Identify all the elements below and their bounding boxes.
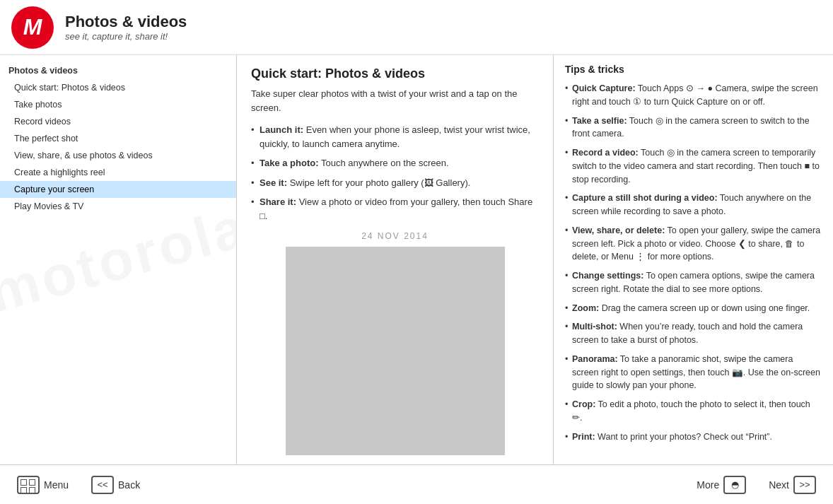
tip-item: Panorama: To take a panoramic shot, swip… (565, 353, 822, 392)
tip-item: Print: Want to print your photos? Check … (565, 430, 822, 444)
next-label: Next (769, 479, 789, 491)
header: M Photos & videos see it, capture it, sh… (0, 0, 833, 55)
sidebar-item[interactable]: Record videos (0, 113, 236, 130)
tip-item: Crop: To edit a photo, touch the photo t… (565, 398, 822, 425)
back-icon: << (91, 476, 114, 494)
photo-placeholder (286, 247, 505, 455)
tip-item: Zoom: Drag the camera screen up or down … (565, 302, 822, 315)
logo-letter: M (23, 14, 42, 40)
main-bullet-item: Take a photo: Touch anywhere on the scre… (251, 156, 539, 170)
sidebar-nav: Photos & videosQuick start: Photos & vid… (0, 62, 236, 215)
back-label: Back (118, 479, 140, 491)
tip-item: Quick Capture: Touch Apps ⊙ → ● Camera, … (565, 82, 822, 109)
sidebar-item[interactable]: Take photos (0, 96, 236, 113)
sidebar-item[interactable]: The perfect shot (0, 130, 236, 147)
tips-heading: Tips & tricks (565, 64, 822, 75)
motorola-logo: M (11, 6, 54, 49)
sidebar: motorola Photos & videosQuick start: Pho… (0, 55, 237, 464)
app-title: Photos & videos (65, 13, 187, 31)
footer-left: Menu << Back (11, 473, 146, 497)
content-area: Quick start: Photos & videos Take super … (237, 55, 833, 464)
main-intro: Take super clear photos with a twist of … (251, 87, 539, 115)
main-layout: motorola Photos & videosQuick start: Pho… (0, 55, 833, 464)
menu-button[interactable]: Menu (11, 473, 74, 497)
sidebar-item[interactable]: Photos & videos (0, 62, 236, 79)
menu-label: Menu (44, 479, 69, 491)
more-button[interactable]: More ◓ (691, 473, 752, 497)
tip-item: View, share, or delete: To open your gal… (565, 224, 822, 264)
tip-item: Change settings: To open camera options,… (565, 269, 822, 296)
tip-item: Capture a still shot during a video: Tou… (565, 192, 822, 218)
sidebar-item[interactable]: Capture your screen (0, 181, 236, 198)
more-label: More (697, 479, 719, 491)
back-button[interactable]: << Back (86, 473, 146, 497)
more-icon: ◓ (723, 476, 746, 494)
header-title-block: Photos & videos see it, capture it, shar… (65, 13, 187, 42)
next-button[interactable]: Next >> (763, 473, 822, 497)
main-bullet-item: Launch it: Even when your phone is aslee… (251, 123, 539, 151)
photo-date: 24 NOV 2014 (251, 231, 539, 241)
menu-icon (17, 476, 40, 494)
footer: Menu << Back More ◓ Next >> (0, 464, 833, 504)
main-title: Quick start: Photos & videos (251, 66, 539, 81)
tip-item: Multi-shot: When you’re ready, touch and… (565, 320, 822, 347)
photo-section: 24 NOV 2014 (251, 231, 539, 455)
tip-item: Record a video: Touch ◎ in the camera sc… (565, 146, 822, 186)
footer-right: More ◓ Next >> (691, 473, 822, 497)
tips-list: Quick Capture: Touch Apps ⊙ → ● Camera, … (565, 82, 822, 443)
tip-item: Take a selfie: Touch ◎ in the camera scr… (565, 115, 822, 141)
main-bullet-item: See it: Swipe left for your photo galler… (251, 176, 539, 190)
sidebar-item[interactable]: Play Movies & TV (0, 198, 236, 215)
next-icon: >> (793, 476, 816, 494)
main-bullet-item: Share it: View a photo or video from you… (251, 195, 539, 223)
tips-panel: Tips & tricks Quick Capture: Touch Apps … (554, 55, 833, 464)
main-bullet-list: Launch it: Even when your phone is aslee… (251, 123, 539, 223)
sidebar-item[interactable]: View, share, & use photos & videos (0, 147, 236, 164)
main-content: Quick start: Photos & videos Take super … (237, 55, 554, 464)
app-subtitle: see it, capture it, share it! (65, 31, 187, 42)
sidebar-item[interactable]: Create a highlights reel (0, 164, 236, 181)
sidebar-item[interactable]: Quick start: Photos & videos (0, 79, 236, 96)
